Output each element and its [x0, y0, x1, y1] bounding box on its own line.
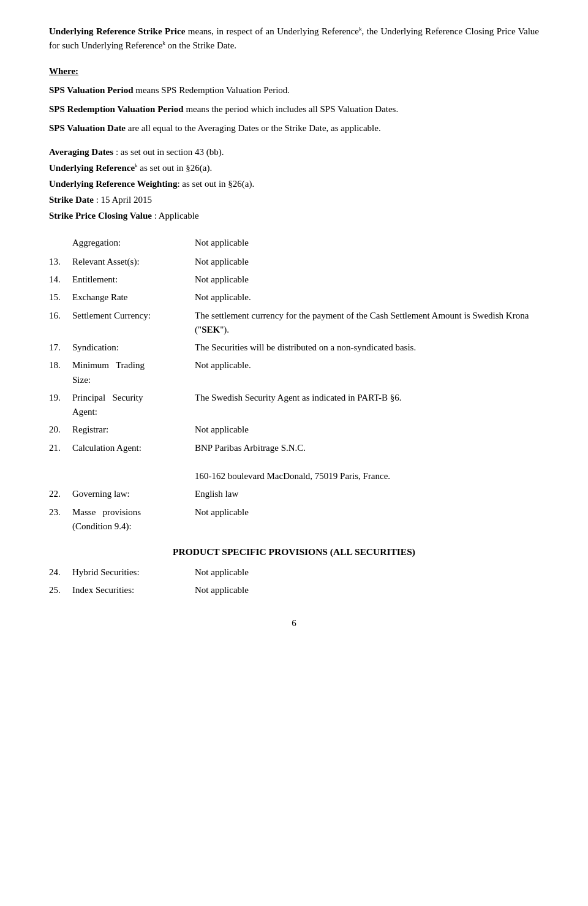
strike-date-para: Strike Date : 15 April 2015: [49, 192, 539, 207]
strike-date-bold: Strike Date: [49, 195, 94, 205]
item-value-22: English law: [195, 485, 539, 503]
item-num-15: 15.: [49, 289, 72, 306]
item-label-19: Principal SecurityAgent:: [72, 389, 195, 421]
main-items-table: 13. Relevant Asset(s): Not applicable 14…: [49, 253, 539, 535]
underlying-ref-weighting-para: Underlying Reference Weighting: as set o…: [49, 176, 539, 191]
item-num-23: 23.: [49, 504, 72, 536]
item-label-16: Settlement Currency:: [72, 307, 195, 339]
strike-price-rest: : Applicable: [152, 211, 199, 221]
averaging-dates-para: Averaging Dates : as set out in section …: [49, 145, 539, 159]
strike-price-bold: Strike Price Closing Value: [49, 211, 152, 221]
sps-val-period-bold: SPS Valuation Period: [49, 85, 134, 95]
item-value-15: Not applicable.: [195, 289, 539, 306]
strike-price-para: Strike Price Closing Value : Applicable: [49, 208, 539, 223]
table-row: 14. Entitlement: Not applicable: [49, 271, 539, 289]
table-row: 24. Hybrid Securities: Not applicable: [49, 564, 539, 581]
und-ref-bold: Underlying Reference: [49, 163, 135, 173]
product-items-table: 24. Hybrid Securities: Not applicable 25…: [49, 564, 539, 600]
aggregation-label: Aggregation:: [72, 234, 195, 252]
item-num-24: 24.: [49, 564, 72, 581]
sps-val-period-rest: means SPS Redemption Valuation Period.: [134, 85, 290, 95]
item-num-18: 18.: [49, 357, 72, 389]
table-row: 22. Governing law: English law: [49, 485, 539, 503]
where-label: Where:: [49, 64, 539, 78]
item-label-21: Calculation Agent:: [72, 439, 195, 486]
item-label-17: Syndication:: [72, 339, 195, 357]
item-num-25: 25.: [49, 581, 72, 599]
item-label-25: Index Securities:: [72, 581, 195, 599]
item-value-20: Not applicable: [195, 421, 539, 439]
und-ref-weight-bold: Underlying Reference Weighting: [49, 179, 177, 189]
table-row: 23. Masse provisions(Condition 9.4): Not…: [49, 504, 539, 536]
item-num-22: 22.: [49, 485, 72, 503]
item-value-25: Not applicable: [195, 581, 539, 599]
underlying-reference-para: Underlying Referencek as set out in §26(…: [49, 160, 539, 175]
sps-valuation-period-para: SPS Valuation Period means SPS Redemptio…: [49, 83, 539, 97]
para1-rest: means, in respect of an Underlying Refer…: [185, 26, 359, 36]
item-num-19: 19.: [49, 389, 72, 421]
aggregation-table: Aggregation: Not applicable: [49, 234, 539, 252]
item-label-23: Masse provisions(Condition 9.4):: [72, 504, 195, 536]
item-value-18: Not applicable.: [195, 357, 539, 389]
intro-section: Underlying Reference Strike Price means,…: [49, 25, 539, 53]
table-row: 15. Exchange Rate Not applicable.: [49, 289, 539, 306]
item-value-14: Not applicable: [195, 271, 539, 289]
item-value-17: The Securities will be distributed on a …: [195, 339, 539, 357]
table-row: 25. Index Securities: Not applicable: [49, 581, 539, 599]
item-value-19: The Swedish Security Agent as indicated …: [195, 389, 539, 421]
aggregation-value: Not applicable: [195, 234, 539, 252]
und-ref-rest: as set out in §26(a).: [138, 163, 213, 173]
item-label-18: Minimum TradingSize:: [72, 357, 195, 389]
item-value-23: Not applicable: [195, 504, 539, 536]
table-row: 17. Syndication: The Securities will be …: [49, 339, 539, 357]
strike-block: Averaging Dates : as set out in section …: [49, 145, 539, 223]
underlying-ref-strike-price-bold: Underlying Reference Strike Price: [49, 26, 185, 36]
item-value-16: The settlement currency for the payment …: [195, 307, 539, 339]
item-label-22: Governing law:: [72, 485, 195, 503]
strike-date-rest: : 15 April 2015: [94, 195, 152, 205]
table-row: 13. Relevant Asset(s): Not applicable: [49, 253, 539, 271]
item-value-24: Not applicable: [195, 564, 539, 581]
item-num-20: 20.: [49, 421, 72, 439]
table-row: 20. Registrar: Not applicable: [49, 421, 539, 439]
sps-red-val-bold: SPS Redemption Valuation Period: [49, 104, 184, 114]
para1-end: on the Strike Date.: [165, 40, 236, 50]
item-value-21: BNP Paribas Arbitrage S.N.C. 160-162 bou…: [195, 439, 539, 486]
aggregation-num: [49, 234, 72, 252]
und-ref-weight-rest: : as set out in §26(a).: [177, 179, 254, 189]
sps-val-date-bold: SPS Valuation Date: [49, 123, 126, 133]
item-num-16: 16.: [49, 307, 72, 339]
table-row: 16. Settlement Currency: The settlement …: [49, 307, 539, 339]
item-label-24: Hybrid Securities:: [72, 564, 195, 581]
table-row: 19. Principal SecurityAgent: The Swedish…: [49, 389, 539, 421]
sps-red-val-rest: means the period which includes all SPS …: [184, 104, 399, 114]
item-num-13: 13.: [49, 253, 72, 271]
item-num-17: 17.: [49, 339, 72, 357]
item-num-21: 21.: [49, 439, 72, 486]
item-label-14: Entitlement:: [72, 271, 195, 289]
table-row: 21. Calculation Agent: BNP Paribas Arbit…: [49, 439, 539, 486]
table-row: 18. Minimum TradingSize: Not applicable.: [49, 357, 539, 389]
item-num-14: 14.: [49, 271, 72, 289]
avg-dates-bold: Averaging Dates: [49, 147, 113, 157]
underlying-ref-strike-price-para: Underlying Reference Strike Price means,…: [49, 25, 539, 53]
page-number: 6: [49, 618, 539, 629]
item-value-13: Not applicable: [195, 253, 539, 271]
sps-val-date-rest: are all equal to the Averaging Dates or …: [126, 123, 381, 133]
item-label-15: Exchange Rate: [72, 289, 195, 306]
sps-redemption-val-period-para: SPS Redemption Valuation Period means th…: [49, 102, 539, 116]
item-label-20: Registrar:: [72, 421, 195, 439]
sps-valuation-date-para: SPS Valuation Date are all equal to the …: [49, 121, 539, 135]
page: Underlying Reference Strike Price means,…: [0, 0, 588, 906]
item-label-13: Relevant Asset(s):: [72, 253, 195, 271]
aggregation-row: Aggregation: Not applicable: [49, 234, 539, 252]
product-provisions-heading: PRODUCT SPECIFIC PROVISIONS (ALL SECURIT…: [49, 546, 539, 557]
definitions-block: Where: SPS Valuation Period means SPS Re…: [49, 64, 539, 136]
avg-dates-rest: : as set out in section 43 (bb).: [113, 147, 224, 157]
